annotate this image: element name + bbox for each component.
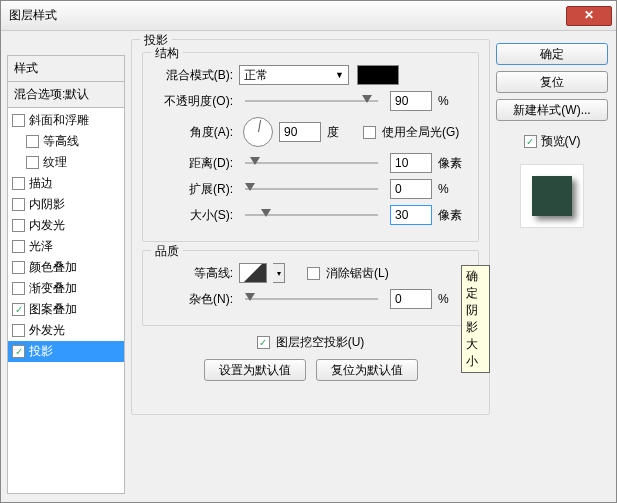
preview-label: 预览(V): [541, 133, 581, 150]
opacity-input[interactable]: [390, 91, 432, 111]
style-item-checkbox[interactable]: [12, 219, 25, 232]
style-item-10[interactable]: 外发光: [8, 320, 124, 341]
style-item-checkbox[interactable]: [12, 261, 25, 274]
spread-label: 扩展(R):: [153, 181, 233, 198]
angle-input[interactable]: [279, 122, 321, 142]
style-list: 斜面和浮雕等高线纹理描边内阴影内发光光泽颜色叠加渐变叠加图案叠加外发光投影: [7, 108, 125, 494]
spread-input[interactable]: [390, 179, 432, 199]
style-item-checkbox[interactable]: [12, 114, 25, 127]
style-item-label: 投影: [29, 343, 53, 360]
blend-mode-combo[interactable]: 正常 ▼: [239, 65, 349, 85]
style-item-checkbox[interactable]: [26, 156, 39, 169]
style-item-checkbox[interactable]: [12, 198, 25, 211]
antialias-checkbox[interactable]: [307, 267, 320, 280]
blend-mode-value: 正常: [244, 67, 268, 84]
size-label: 大小(S):: [153, 207, 233, 224]
close-button[interactable]: ✕: [566, 6, 612, 26]
quality-group: 品质 等高线: ▾ 消除锯齿(L) 杂色(N): %: [142, 250, 479, 326]
global-light-checkbox[interactable]: [363, 126, 376, 139]
preview-thumbnail: [520, 164, 584, 228]
opacity-label: 不透明度(O):: [153, 93, 233, 110]
knockout-label: 图层挖空投影(U): [276, 334, 365, 351]
cancel-button[interactable]: 复位: [496, 71, 608, 93]
style-item-checkbox[interactable]: [12, 177, 25, 190]
style-item-label: 光泽: [29, 238, 53, 255]
settings-panel: 投影 结构 混合模式(B): 正常 ▼ 不透明度(O):: [131, 39, 490, 494]
opacity-unit: %: [438, 94, 468, 108]
group-title-quality: 品质: [151, 243, 183, 260]
style-item-0[interactable]: 斜面和浮雕: [8, 110, 124, 131]
preview-swatch: [532, 176, 572, 216]
blend-options-row[interactable]: 混合选项:默认: [7, 81, 125, 108]
style-item-6[interactable]: 光泽: [8, 236, 124, 257]
style-item-5[interactable]: 内发光: [8, 215, 124, 236]
window-title: 图层样式: [9, 7, 566, 24]
global-light-label: 使用全局光(G): [382, 124, 459, 141]
dialog-body: 样式 混合选项:默认 斜面和浮雕等高线纹理描边内阴影内发光光泽颜色叠加渐变叠加图…: [1, 31, 616, 502]
antialias-label: 消除锯齿(L): [326, 265, 389, 282]
style-item-label: 外发光: [29, 322, 65, 339]
new-style-button[interactable]: 新建样式(W)...: [496, 99, 608, 121]
style-item-4[interactable]: 内阴影: [8, 194, 124, 215]
angle-dial[interactable]: [243, 117, 273, 147]
contour-picker[interactable]: [239, 263, 267, 283]
preview-checkbox[interactable]: [524, 135, 537, 148]
noise-input[interactable]: [390, 289, 432, 309]
style-item-checkbox[interactable]: [12, 345, 25, 358]
group-title-structure: 结构: [151, 45, 183, 62]
style-item-checkbox[interactable]: [26, 135, 39, 148]
reset-default-button[interactable]: 复位为默认值: [316, 359, 418, 381]
set-default-button[interactable]: 设置为默认值: [204, 359, 306, 381]
style-item-label: 等高线: [43, 133, 79, 150]
style-item-label: 渐变叠加: [29, 280, 77, 297]
angle-label: 角度(A):: [153, 124, 233, 141]
spread-slider[interactable]: [245, 186, 378, 192]
contour-label: 等高线:: [153, 265, 233, 282]
style-item-checkbox[interactable]: [12, 240, 25, 253]
opacity-slider[interactable]: [245, 98, 378, 104]
chevron-down-icon: ▼: [335, 70, 344, 80]
style-item-label: 内阴影: [29, 196, 65, 213]
style-list-header[interactable]: 样式: [7, 55, 125, 81]
style-item-label: 纹理: [43, 154, 67, 171]
drop-shadow-group: 投影 结构 混合模式(B): 正常 ▼ 不透明度(O):: [131, 39, 490, 415]
distance-input[interactable]: [390, 153, 432, 173]
noise-slider[interactable]: [245, 296, 378, 302]
style-item-1[interactable]: 等高线: [8, 131, 124, 152]
style-item-checkbox[interactable]: [12, 303, 25, 316]
angle-unit: 度: [327, 124, 357, 141]
distance-slider[interactable]: [245, 160, 378, 166]
right-panel: 确定 复位 新建样式(W)... 预览(V): [496, 39, 608, 494]
style-item-checkbox[interactable]: [12, 324, 25, 337]
ok-button[interactable]: 确定: [496, 43, 608, 65]
structure-group: 结构 混合模式(B): 正常 ▼ 不透明度(O): %: [142, 52, 479, 242]
style-item-label: 图案叠加: [29, 301, 77, 318]
style-item-label: 内发光: [29, 217, 65, 234]
style-item-label: 颜色叠加: [29, 259, 77, 276]
distance-label: 距离(D):: [153, 155, 233, 172]
titlebar: 图层样式 ✕: [1, 1, 616, 31]
style-item-label: 描边: [29, 175, 53, 192]
style-item-2[interactable]: 纹理: [8, 152, 124, 173]
noise-unit: %: [438, 292, 468, 306]
distance-unit: 像素: [438, 155, 468, 172]
knockout-checkbox[interactable]: [257, 336, 270, 349]
style-item-11[interactable]: 投影: [8, 341, 124, 362]
size-unit: 像素: [438, 207, 468, 224]
style-item-8[interactable]: 渐变叠加: [8, 278, 124, 299]
style-item-7[interactable]: 颜色叠加: [8, 257, 124, 278]
contour-dropdown[interactable]: ▾: [273, 263, 285, 283]
style-item-label: 斜面和浮雕: [29, 112, 89, 129]
style-item-checkbox[interactable]: [12, 282, 25, 295]
size-slider[interactable]: [245, 212, 378, 218]
style-list-panel: 样式 混合选项:默认 斜面和浮雕等高线纹理描边内阴影内发光光泽颜色叠加渐变叠加图…: [7, 55, 125, 494]
blend-mode-label: 混合模式(B):: [153, 67, 233, 84]
noise-label: 杂色(N):: [153, 291, 233, 308]
style-item-3[interactable]: 描边: [8, 173, 124, 194]
style-item-9[interactable]: 图案叠加: [8, 299, 124, 320]
shadow-color-swatch[interactable]: [357, 65, 399, 85]
size-input[interactable]: [390, 205, 432, 225]
spread-unit: %: [438, 182, 468, 196]
layer-style-dialog: 图层样式 ✕ 样式 混合选项:默认 斜面和浮雕等高线纹理描边内阴影内发光光泽颜色…: [0, 0, 617, 503]
